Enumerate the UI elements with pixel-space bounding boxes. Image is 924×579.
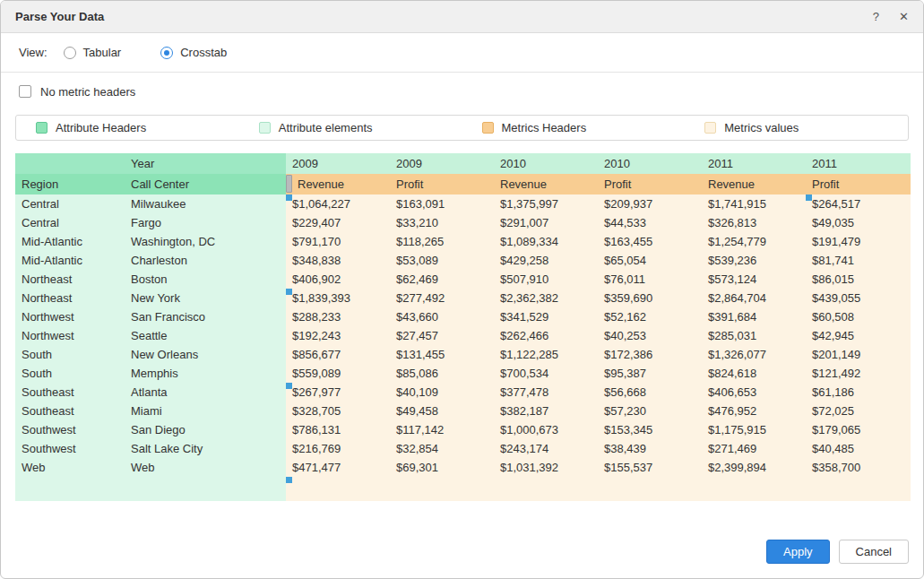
- attribute-header-cell[interactable]: Year: [125, 153, 286, 174]
- metric-value-cell[interactable]: $49,035: [806, 213, 911, 232]
- attribute-element-cell[interactable]: Central: [15, 213, 125, 232]
- metric-value-cell[interactable]: $377,478: [494, 383, 598, 402]
- metric-value-cell[interactable]: $40,109: [390, 383, 494, 402]
- metric-value-cell[interactable]: $341,529: [494, 307, 598, 326]
- metric-value-cell[interactable]: $118,265: [390, 232, 494, 251]
- metric-value-cell[interactable]: $38,439: [598, 439, 702, 458]
- attribute-header-cell[interactable]: Call Center: [125, 174, 286, 194]
- year-header-cell[interactable]: 2011: [702, 153, 806, 174]
- metric-value-cell[interactable]: $201,149: [806, 345, 911, 364]
- attribute-element-cell[interactable]: Central: [15, 194, 125, 213]
- attribute-element-cell[interactable]: South: [15, 345, 125, 364]
- attribute-element-cell[interactable]: Southwest: [15, 420, 125, 439]
- attribute-element-cell[interactable]: Atlanta: [125, 383, 286, 402]
- attribute-element-cell[interactable]: Southwest: [15, 439, 125, 458]
- metric-value-cell[interactable]: $191,479: [806, 232, 911, 251]
- metric-value-cell[interactable]: $285,031: [702, 326, 806, 345]
- metric-value-cell[interactable]: $49,458: [390, 402, 494, 420]
- attribute-element-cell[interactable]: San Francisco: [125, 307, 286, 326]
- metric-value-cell[interactable]: $539,236: [702, 251, 806, 270]
- metric-value-cell[interactable]: $179,065: [806, 420, 911, 439]
- attribute-element-cell[interactable]: Salt Lake City: [125, 439, 286, 458]
- attribute-element-cell[interactable]: Web: [125, 458, 286, 477]
- metric-header-cell[interactable]: Revenue: [494, 174, 598, 194]
- metric-value-cell[interactable]: $61,186: [806, 383, 911, 402]
- metric-value-cell[interactable]: $2,399,894: [702, 458, 806, 477]
- metric-value-cell[interactable]: $117,142: [390, 420, 494, 439]
- attribute-element-cell[interactable]: Mid-Atlantic: [15, 232, 125, 251]
- attribute-element-cell[interactable]: Boston: [125, 270, 286, 289]
- metric-header-cell[interactable]: Revenue: [286, 174, 390, 194]
- metric-value-cell[interactable]: $121,492: [806, 364, 911, 383]
- metric-value-cell[interactable]: $163,091: [390, 194, 494, 213]
- attribute-element-cell[interactable]: Web: [15, 458, 125, 477]
- attribute-element-cell[interactable]: Washington, DC: [125, 232, 286, 251]
- metric-value-cell[interactable]: $271,469: [702, 439, 806, 458]
- metric-value-cell[interactable]: $391,684: [702, 307, 806, 326]
- metric-value-cell[interactable]: $791,170: [286, 232, 390, 251]
- metric-value-cell[interactable]: $229,407: [286, 213, 390, 232]
- metric-value-cell[interactable]: $95,387: [598, 364, 702, 383]
- metric-value-cell[interactable]: $1,089,334: [494, 232, 598, 251]
- attribute-element-cell[interactable]: Seattle: [125, 326, 286, 345]
- metric-value-cell[interactable]: $2,362,382: [494, 289, 598, 307]
- year-header-cell[interactable]: 2009: [390, 153, 494, 174]
- metric-value-cell[interactable]: $382,187: [494, 402, 598, 420]
- metric-value-cell[interactable]: $358,700: [806, 458, 911, 477]
- metric-value-cell[interactable]: $57,230: [598, 402, 702, 420]
- attribute-element-cell[interactable]: New Orleans: [125, 345, 286, 364]
- help-icon[interactable]: ?: [873, 11, 879, 22]
- attribute-element-cell[interactable]: Southeast: [15, 402, 125, 420]
- metric-value-cell[interactable]: $406,902: [286, 270, 390, 289]
- radio-crosstab[interactable]: Crosstab: [160, 46, 227, 59]
- metric-value-cell[interactable]: $288,233: [286, 307, 390, 326]
- metric-value-cell[interactable]: $406,653: [702, 383, 806, 402]
- metric-value-cell[interactable]: $856,677: [286, 345, 390, 364]
- metric-value-cell[interactable]: $439,055: [806, 289, 911, 307]
- metric-value-cell[interactable]: $85,086: [390, 364, 494, 383]
- metric-value-cell[interactable]: $33,210: [390, 213, 494, 232]
- metric-value-cell[interactable]: $1,000,673: [494, 420, 598, 439]
- attribute-element-cell[interactable]: Fargo: [125, 213, 286, 232]
- metric-value-cell[interactable]: $507,910: [494, 270, 598, 289]
- year-header-cell[interactable]: 2009: [286, 153, 390, 174]
- attribute-element-cell[interactable]: Northwest: [15, 326, 125, 345]
- close-icon[interactable]: ✕: [899, 11, 909, 22]
- metric-value-cell[interactable]: $40,485: [806, 439, 911, 458]
- metric-value-cell[interactable]: $1,254,779: [702, 232, 806, 251]
- metric-value-cell[interactable]: $573,124: [702, 270, 806, 289]
- metric-value-cell[interactable]: $131,455: [390, 345, 494, 364]
- metric-value-cell[interactable]: $76,011: [598, 270, 702, 289]
- metric-value-cell[interactable]: $62,469: [390, 270, 494, 289]
- attribute-element-cell[interactable]: Memphis: [125, 364, 286, 383]
- metric-value-cell[interactable]: $824,618: [702, 364, 806, 383]
- attribute-element-cell[interactable]: San Diego: [125, 420, 286, 439]
- metric-value-cell[interactable]: $1,064,227: [286, 194, 390, 213]
- metric-header-cell[interactable]: Profit: [390, 174, 494, 194]
- metric-value-cell[interactable]: $471,477: [286, 458, 390, 477]
- metric-value-cell[interactable]: $72,025: [806, 402, 911, 420]
- metric-value-cell[interactable]: $1,122,285: [494, 345, 598, 364]
- metric-header-cell[interactable]: Profit: [806, 174, 911, 194]
- metric-value-cell[interactable]: $1,839,393: [286, 289, 390, 307]
- metric-value-cell[interactable]: $32,854: [390, 439, 494, 458]
- metric-value-cell[interactable]: $86,015: [806, 270, 911, 289]
- metric-value-cell[interactable]: $1,326,077: [702, 345, 806, 364]
- attribute-element-cell[interactable]: Southeast: [15, 383, 125, 402]
- metric-value-cell[interactable]: $1,031,392: [494, 458, 598, 477]
- year-header-cell[interactable]: 2011: [806, 153, 911, 174]
- metric-value-cell[interactable]: $291,007: [494, 213, 598, 232]
- metric-value-cell[interactable]: $328,705: [286, 402, 390, 420]
- metric-value-cell[interactable]: $53,089: [390, 251, 494, 270]
- attribute-element-cell[interactable]: Mid-Atlantic: [15, 251, 125, 270]
- radio-tabular[interactable]: Tabular: [64, 46, 122, 59]
- metric-value-cell[interactable]: $172,386: [598, 345, 702, 364]
- metric-value-cell[interactable]: $326,813: [702, 213, 806, 232]
- metric-value-cell[interactable]: $1,741,915: [702, 194, 806, 213]
- metric-value-cell[interactable]: $153,345: [598, 420, 702, 439]
- metric-value-cell[interactable]: $429,258: [494, 251, 598, 270]
- metric-value-cell[interactable]: $209,937: [598, 194, 702, 213]
- metric-value-cell[interactable]: $786,131: [286, 420, 390, 439]
- metric-value-cell[interactable]: $52,162: [598, 307, 702, 326]
- metric-value-cell[interactable]: $700,534: [494, 364, 598, 383]
